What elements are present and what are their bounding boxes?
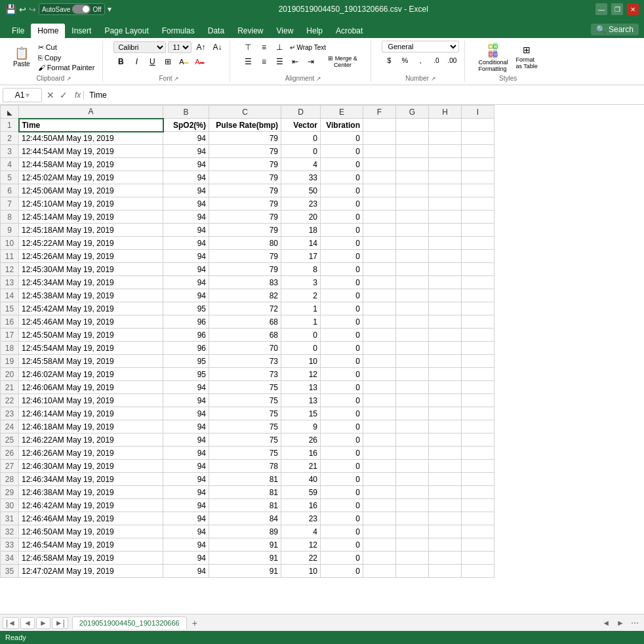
autosave-button[interactable]: AutoSave Off bbox=[39, 3, 105, 15]
cell-33-B[interactable]: 94 bbox=[163, 538, 209, 552]
cell-15-D[interactable]: 1 bbox=[281, 302, 321, 315]
cell-6-G[interactable] bbox=[396, 184, 429, 197]
align-left-button[interactable]: ☰ bbox=[241, 55, 255, 68]
cell-15-G[interactable] bbox=[396, 302, 429, 315]
cell-21-B[interactable]: 94 bbox=[163, 381, 209, 394]
col-header-I[interactable]: I bbox=[462, 106, 494, 119]
cell-9-A[interactable]: 12:45:18AM May 19, 2019 bbox=[19, 224, 163, 237]
cell-6-H[interactable] bbox=[429, 184, 462, 197]
cell-10-A[interactable]: 12:45:22AM May 19, 2019 bbox=[19, 237, 163, 250]
align-top-button[interactable]: ⊤ bbox=[241, 41, 255, 54]
decrease-indent-button[interactable]: ⇤ bbox=[288, 55, 302, 68]
cell-15-C[interactable]: 72 bbox=[209, 302, 281, 315]
cell-12-I[interactable] bbox=[462, 263, 494, 276]
cell-11-E[interactable]: 0 bbox=[321, 250, 363, 263]
cell-23-F[interactable] bbox=[363, 407, 396, 420]
cell-23-C[interactable]: 75 bbox=[209, 407, 281, 420]
cell-1-C[interactable]: Pulse Rate(bmp) bbox=[209, 119, 281, 132]
decrease-font-button[interactable]: A↓ bbox=[210, 41, 224, 54]
cell-1-A[interactable]: Time bbox=[19, 119, 163, 132]
cell-14-C[interactable]: 82 bbox=[209, 289, 281, 302]
cell-5-D[interactable]: 33 bbox=[281, 171, 321, 184]
cell-13-E[interactable]: 0 bbox=[321, 276, 363, 289]
cell-2-D[interactable]: 0 bbox=[281, 132, 321, 145]
cell-15-I[interactable] bbox=[462, 302, 494, 315]
comma-button[interactable]: , bbox=[413, 54, 428, 67]
cell-30-H[interactable] bbox=[429, 499, 462, 512]
cell-7-I[interactable] bbox=[462, 197, 494, 211]
cell-15-E[interactable]: 0 bbox=[321, 302, 363, 315]
cell-13-B[interactable]: 94 bbox=[163, 276, 209, 289]
cell-26-C[interactable]: 75 bbox=[209, 447, 281, 460]
cell-4-E[interactable]: 0 bbox=[321, 158, 363, 171]
cell-17-D[interactable]: 0 bbox=[281, 329, 321, 342]
cell-34-H[interactable] bbox=[429, 552, 462, 565]
cell-34-B[interactable]: 94 bbox=[163, 552, 209, 565]
scroll-left-button[interactable]: ◄ bbox=[599, 618, 613, 628]
col-header-C[interactable]: C bbox=[209, 106, 281, 119]
cell-22-B[interactable]: 94 bbox=[163, 394, 209, 407]
cell-17-B[interactable]: 96 bbox=[163, 329, 209, 342]
cell-3-B[interactable]: 94 bbox=[163, 145, 209, 158]
cell-33-E[interactable]: 0 bbox=[321, 538, 363, 552]
cell-29-E[interactable]: 0 bbox=[321, 486, 363, 499]
cell-30-B[interactable]: 94 bbox=[163, 499, 209, 512]
cell-33-A[interactable]: 12:46:54AM May 19, 2019 bbox=[19, 538, 163, 552]
col-header-A[interactable]: A bbox=[19, 106, 163, 119]
cell-34-C[interactable]: 91 bbox=[209, 552, 281, 565]
cell-10-F[interactable] bbox=[363, 237, 396, 250]
cell-31-C[interactable]: 84 bbox=[209, 512, 281, 525]
cell-21-C[interactable]: 75 bbox=[209, 381, 281, 394]
cell-7-A[interactable]: 12:45:10AM May 19, 2019 bbox=[19, 197, 163, 211]
cell-18-F[interactable] bbox=[363, 342, 396, 355]
tab-file[interactable]: File bbox=[5, 24, 31, 38]
tab-acrobat[interactable]: Acrobat bbox=[329, 24, 369, 38]
cell-7-E[interactable]: 0 bbox=[321, 197, 363, 211]
bold-button[interactable]: B bbox=[113, 55, 128, 68]
cell-35-F[interactable] bbox=[363, 565, 396, 578]
cell-15-A[interactable]: 12:45:42AM May 19, 2019 bbox=[19, 302, 163, 315]
cell-5-E[interactable]: 0 bbox=[321, 171, 363, 184]
cell-20-G[interactable] bbox=[396, 368, 429, 381]
cancel-formula-button[interactable]: ✕ bbox=[45, 90, 56, 100]
cell-22-D[interactable]: 13 bbox=[281, 394, 321, 407]
cell-31-H[interactable] bbox=[429, 512, 462, 525]
cell-20-A[interactable]: 12:46:02AM May 19, 2019 bbox=[19, 368, 163, 381]
cell-19-B[interactable]: 95 bbox=[163, 355, 209, 368]
cell-26-A[interactable]: 12:46:26AM May 19, 2019 bbox=[19, 447, 163, 460]
cell-13-I[interactable] bbox=[462, 276, 494, 289]
cell-2-G[interactable] bbox=[396, 132, 429, 145]
col-header-H[interactable]: H bbox=[429, 106, 462, 119]
cell-27-H[interactable] bbox=[429, 460, 462, 473]
cell-35-C[interactable]: 91 bbox=[209, 565, 281, 578]
cell-27-A[interactable]: 12:46:30AM May 19, 2019 bbox=[19, 460, 163, 473]
cell-26-G[interactable] bbox=[396, 447, 429, 460]
cell-18-C[interactable]: 70 bbox=[209, 342, 281, 355]
cell-14-G[interactable] bbox=[396, 289, 429, 302]
sheet-options-button[interactable]: ⋯ bbox=[628, 618, 641, 628]
cell-31-F[interactable] bbox=[363, 512, 396, 525]
cell-10-C[interactable]: 80 bbox=[209, 237, 281, 250]
cell-17-H[interactable] bbox=[429, 329, 462, 342]
conditional-formatting-button[interactable]: □□ □□ ConditionalFormatting bbox=[475, 41, 510, 73]
cell-4-D[interactable]: 4 bbox=[281, 158, 321, 171]
cell-35-D[interactable]: 10 bbox=[281, 565, 321, 578]
cell-17-A[interactable]: 12:45:50AM May 19, 2019 bbox=[19, 329, 163, 342]
cell-3-A[interactable]: 12:44:54AM May 19, 2019 bbox=[19, 145, 163, 158]
undo-icon[interactable]: ↩ bbox=[19, 5, 26, 14]
cell-19-D[interactable]: 10 bbox=[281, 355, 321, 368]
cell-10-G[interactable] bbox=[396, 237, 429, 250]
cell-27-E[interactable]: 0 bbox=[321, 460, 363, 473]
cell-24-E[interactable]: 0 bbox=[321, 420, 363, 433]
increase-font-button[interactable]: A↑ bbox=[193, 41, 208, 54]
cell-9-G[interactable] bbox=[396, 224, 429, 237]
cell-32-H[interactable] bbox=[429, 525, 462, 538]
cell-3-C[interactable]: 79 bbox=[209, 145, 281, 158]
cell-35-A[interactable]: 12:47:02AM May 19, 2019 bbox=[19, 565, 163, 578]
sheet-nav-prev[interactable]: ◄ bbox=[20, 617, 35, 629]
cell-6-I[interactable] bbox=[462, 184, 494, 197]
col-header-D[interactable]: D bbox=[281, 106, 321, 119]
cell-22-F[interactable] bbox=[363, 394, 396, 407]
cell-9-H[interactable] bbox=[429, 224, 462, 237]
cell-25-H[interactable] bbox=[429, 433, 462, 447]
